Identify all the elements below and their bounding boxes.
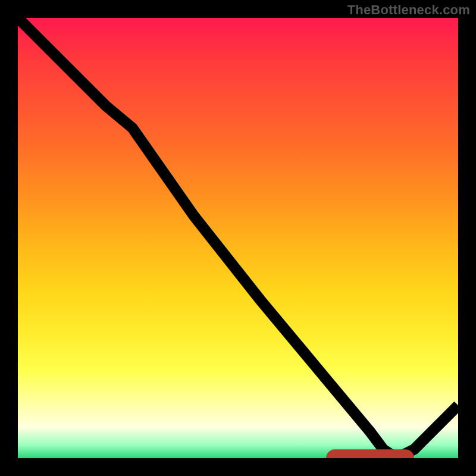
- plot-area: [18, 18, 458, 458]
- plot-svg: [18, 18, 458, 458]
- chart-frame: TheBottleneck.com: [0, 0, 476, 476]
- curve-line: [18, 18, 458, 458]
- attribution-text: TheBottleneck.com: [347, 2, 470, 18]
